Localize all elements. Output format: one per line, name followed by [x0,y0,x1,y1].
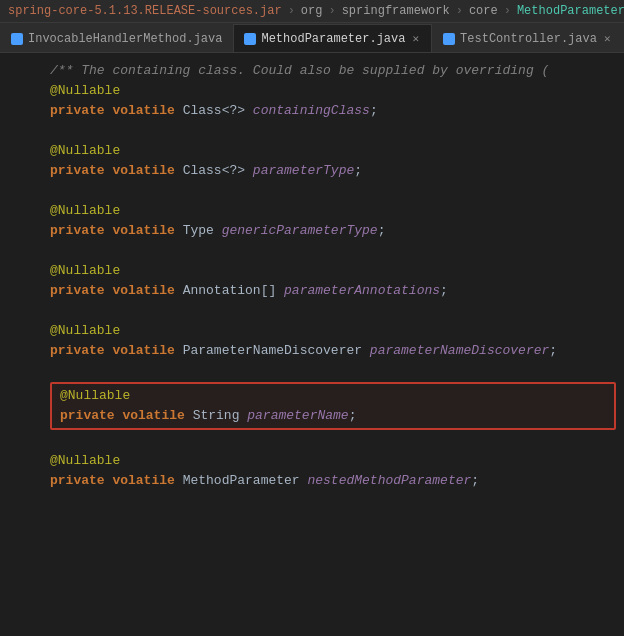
tab-close-methodparam[interactable]: ✕ [410,31,421,46]
line-paramtype-text: private volatile Class<?> parameterType; [50,161,612,181]
code-line-paramname-hl: private volatile String parameterName; [56,406,610,426]
code-line-blank2 [0,181,624,201]
code-line-blank5 [0,361,624,381]
line-nestedparam-text: private volatile MethodParameter nestedM… [50,471,612,491]
line-blank4-text [50,301,612,321]
line-nullable5-text: @Nullable [50,321,612,341]
code-line-nestedparam: private volatile MethodParameter nestedM… [0,471,624,491]
tab-close-testcontroller[interactable]: ✕ [602,31,613,46]
code-line-generictype: private volatile Type genericParameterTy… [0,221,624,241]
code-line-blank4 [0,301,624,321]
line-comment-text: /** The containing class. Could also be … [50,61,612,81]
code-line-nullable6: @Nullable [0,451,624,471]
tab-testcontroller[interactable]: TestController.java ✕ [432,24,623,52]
line-containing-text: private volatile Class<?> containingClas… [50,101,612,121]
code-line-paramanno: private volatile Annotation[] parameterA… [0,281,624,301]
code-line-nullable1: @Nullable [0,81,624,101]
breadcrumb-sep2: › [328,4,335,18]
java-file-icon-active [244,33,256,45]
line-generictype-text: private volatile Type genericParameterTy… [50,221,612,241]
line-nullable-hl-text: @Nullable [60,386,598,406]
breadcrumb-pkg1: org [301,4,323,18]
code-line-nullable5: @Nullable [0,321,624,341]
tab-bar: InvocableHandlerMethod.java MethodParame… [0,23,624,53]
code-editor: /** The containing class. Could also be … [0,53,624,633]
code-line-blank3 [0,241,624,261]
breadcrumb-class: MethodParameter [517,4,624,18]
java-file-icon [11,33,23,45]
line-paramanno-text: private volatile Annotation[] parameterA… [50,281,612,301]
breadcrumb-pkg3: core [469,4,498,18]
java-file-icon-test [443,33,455,45]
line-nullable2-text: @Nullable [50,141,612,161]
breadcrumb-sep3: › [456,4,463,18]
tab-methodparam[interactable]: MethodParameter.java ✕ [233,24,432,52]
breadcrumb-pkg2: springframework [342,4,450,18]
line-blank5-text [50,361,612,381]
code-line-nullable4: @Nullable [0,261,624,281]
line-nullable6-text: @Nullable [50,451,612,471]
code-line-containing: private volatile Class<?> containingClas… [0,101,624,121]
tab-invocable-label: InvocableHandlerMethod.java [28,32,222,46]
breadcrumb-sep4: › [504,4,511,18]
tab-invocable[interactable]: InvocableHandlerMethod.java [0,24,233,52]
code-line-blank1 [0,121,624,141]
line-nullable1-text: @Nullable [50,81,612,101]
code-line-nullable-hl: @Nullable [56,386,610,406]
line-blank3-text [50,241,612,261]
line-paramdiscoverer-text: private volatile ParameterNameDiscoverer… [50,341,612,361]
breadcrumb-sep1: › [288,4,295,18]
tab-testcontroller-label: TestController.java [460,32,597,46]
line-nullable4-text: @Nullable [50,261,612,281]
code-line-nullable2: @Nullable [0,141,624,161]
line-nullable3-text: @Nullable [50,201,612,221]
code-line-blank6 [0,431,624,451]
code-line-nullable3: @Nullable [0,201,624,221]
line-blank6-text [50,431,612,451]
highlight-region: @Nullable private volatile String parame… [50,382,616,430]
code-line-comment: /** The containing class. Could also be … [0,61,624,81]
tab-methodparam-label: MethodParameter.java [261,32,405,46]
line-blank2-text [50,181,612,201]
line-blank1-text [50,121,612,141]
code-line-paramdiscoverer: private volatile ParameterNameDiscoverer… [0,341,624,361]
breadcrumb-bar: spring-core-5.1.13.RELEASE-sources.jar ›… [0,0,624,23]
line-paramname-hl-text: private volatile String parameterName; [60,406,598,426]
code-line-paramtype: private volatile Class<?> parameterType; [0,161,624,181]
breadcrumb-jar: spring-core-5.1.13.RELEASE-sources.jar [8,4,282,18]
